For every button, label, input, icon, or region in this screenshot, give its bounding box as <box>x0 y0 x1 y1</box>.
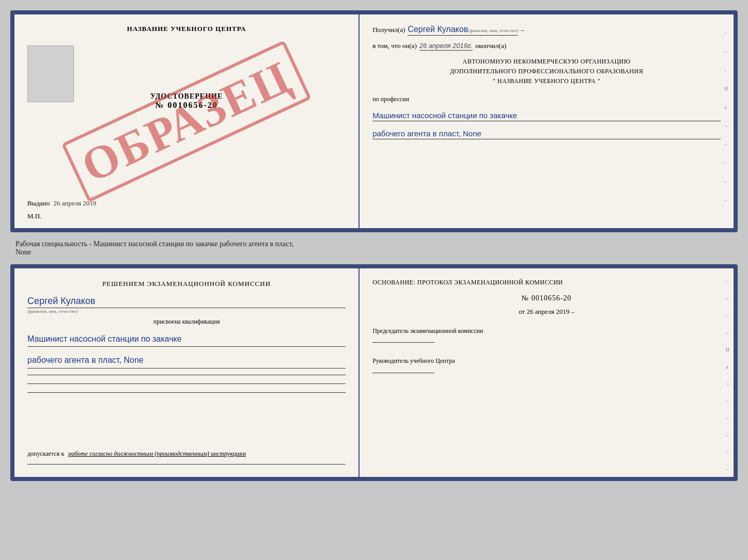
date-prefix: в том, что он(а) <box>372 42 417 50</box>
description-line1: Рабочая специальность - Машинист насосно… <box>15 240 293 248</box>
description-text: Рабочая специальность - Машинист насосно… <box>10 237 738 259</box>
protocol-date: от 26 апреля 2019 – <box>372 308 721 316</box>
prisvoena-text: присвоена квалификация <box>27 318 346 326</box>
kvalif-line2: рабочего агента в пласт, None <box>27 354 346 369</box>
kvalif-line1: Машинист насосной станции по закачке <box>27 332 346 347</box>
org-line2: ДОПОЛНИТЕЛЬНОГО ПРОФЕССИОНАЛЬНОГО ОБРАЗО… <box>372 67 721 76</box>
protocol-date-value: 26 апреля 2019 <box>526 308 569 315</box>
rukovoditel-label: Руководитель учебного Центра <box>372 357 455 364</box>
top-doc-left: НАЗВАНИЕ УЧЕБНОГО ЦЕНТРА УДОСТОВЕРЕНИЕ №… <box>14 14 360 228</box>
vydano-label: Выдано <box>27 199 50 207</box>
right-edge-marks-bottom: – – – – И а ← – – – – – <box>726 279 731 472</box>
bottom-doc-left: Решением экзаменационной комиссии Сергей… <box>14 268 360 477</box>
mp-label: М.П. <box>27 212 41 220</box>
protocol-date-prefix: от <box>519 308 525 315</box>
profession-line1: Машинист насосной станции по закачке <box>372 111 721 121</box>
protocol-number: № 0010656-20 <box>372 294 721 302</box>
profession-line2: рабочего агента в пласт, None <box>372 129 721 139</box>
bottom-doc-right: Основание: протокол экзаменационной коми… <box>360 268 734 477</box>
predsedatel-block: Председатель экзаменационной комиссии <box>372 326 721 346</box>
bottom-document: Решением экзаменационной комиссии Сергей… <box>10 264 738 481</box>
profession-label: по профессии <box>372 95 721 103</box>
org-line1: АВТОНОМНУЮ НЕКОММЕРЧЕСКУЮ ОРГАНИЗАЦИЮ <box>372 57 721 67</box>
dopuskaetsya-text: работе согласно должностным (производств… <box>68 450 246 457</box>
rukovoditel-block: Руководитель учебного Центра <box>372 356 721 376</box>
top-doc-right: Получил(а) Сергей Кулаков(фамилия, имя, … <box>360 14 734 228</box>
org-line3: " НАЗВАНИЕ УЧЕБНОГО ЦЕНТРА " <box>372 76 721 86</box>
recipient-line: Получил(а) Сергей Кулаков(фамилия, имя, … <box>372 25 721 36</box>
date-line: в том, что он(а) 26 апреля 2019г. окончи… <box>372 42 721 51</box>
date-suffix: окончил(а) <box>475 42 506 50</box>
recipient-name: Сергей Кулаков(фамилия, имя, отчество) <box>408 25 518 36</box>
top-document: НАЗВАНИЕ УЧЕБНОГО ЦЕНТРА УДОСТОВЕРЕНИЕ №… <box>10 10 738 232</box>
page-wrapper: НАЗВАНИЕ УЧЕБНОГО ЦЕНТРА УДОСТОВЕРЕНИЕ №… <box>10 10 738 481</box>
bottom-person-block: Сергей Кулаков (фамилия, имя, отчество) <box>27 296 346 314</box>
watermark-obrazec: ОБРАЗЕЦ <box>61 40 311 203</box>
cert-number-top: № 0010656-20 <box>150 101 223 110</box>
bottom-person-hint: (фамилия, имя, отчество) <box>27 309 346 314</box>
komissia-title: Решением экзаменационной комиссии <box>27 279 346 289</box>
date-value: 26 апреля 2019г. <box>419 42 473 51</box>
recipient-prefix: Получил(а) <box>372 26 405 34</box>
description-line2: None <box>15 248 31 256</box>
vydano-date: 26 апреля 2019 <box>54 199 97 207</box>
predsedatel-label: Председатель экзаменационной комиссии <box>372 327 483 334</box>
vydano-line: Выдано 26 апреля 2019 <box>27 199 96 207</box>
org-block: АВТОНОМНУЮ НЕКОММЕРЧЕСКУЮ ОРГАНИЗАЦИЮ ДО… <box>372 57 721 87</box>
rukovoditel-signature <box>372 373 434 373</box>
photo-placeholder <box>27 45 74 102</box>
osnovaniye-text: Основание: протокол экзаменационной коми… <box>372 279 721 286</box>
predsedatel-signature <box>372 342 434 343</box>
right-edge-marks-top: – – – И а ← – – – – <box>724 30 729 203</box>
school-title-top: НАЗВАНИЕ УЧЕБНОГО ЦЕНТРА <box>127 25 246 33</box>
dopuskaetsya-block: допускается к работе согласно должностны… <box>27 450 346 458</box>
bottom-person-name: Сергей Кулаков <box>27 296 346 308</box>
dopuskaetsya-prefix: допускается к <box>27 450 64 457</box>
udostoverenie-label: УДОСТОВЕРЕНИЕ <box>150 92 223 101</box>
